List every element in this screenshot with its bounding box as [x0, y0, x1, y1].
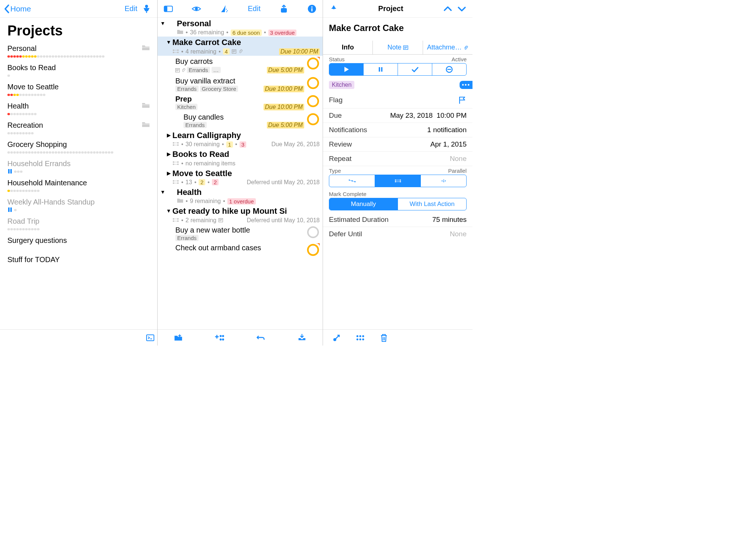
- project-header[interactable]: ▶ Move to Seattle • 13 • 2 • 2Deferred u…: [158, 168, 323, 186]
- checkbox-circle[interactable]: [306, 243, 320, 257]
- type-single-button[interactable]: [420, 175, 466, 187]
- tab-attachments[interactable]: Attachme…: [423, 41, 472, 54]
- next-button[interactable]: [455, 3, 469, 15]
- new-folder-button[interactable]: [171, 332, 185, 344]
- task-row[interactable]: Buy vanilla extract Errands Grocery Stor…: [158, 75, 323, 93]
- sidebar-project-item[interactable]: Stuff for TODAY: [0, 253, 157, 272]
- tag-kitchen[interactable]: Kitchen: [329, 81, 354, 89]
- pin-button[interactable]: [327, 3, 341, 15]
- sidebar-project-item[interactable]: Household Errands: [0, 157, 157, 176]
- sidebar-project-item[interactable]: Recreation: [0, 118, 157, 138]
- sidebar-project-item[interactable]: Personal: [0, 42, 157, 61]
- repeat-row[interactable]: RepeatNone: [323, 152, 472, 166]
- sidebar-project-item[interactable]: Surgery questions: [0, 234, 157, 253]
- task-row[interactable]: Buy carrots Errands …Due 5:00 PM: [158, 56, 323, 75]
- svg-point-24: [308, 96, 318, 106]
- move-button[interactable]: [353, 332, 367, 344]
- inspector-tabs: Info Note Attachme…: [323, 41, 472, 55]
- status-dropped-button[interactable]: [432, 63, 466, 75]
- task-title: Buy vanilla extract: [175, 76, 304, 85]
- status-active-button[interactable]: [329, 63, 363, 75]
- group-header[interactable]: ▼ Personal • 36 remaining • 6 due soon •…: [158, 18, 323, 37]
- checkbox-circle[interactable]: [306, 226, 320, 239]
- status-done-button[interactable]: [398, 63, 432, 75]
- edit-button[interactable]: Edit: [245, 3, 262, 14]
- folder-icon: [142, 44, 150, 53]
- group-header[interactable]: ▼ Health • 9 remaining • 1 overdue: [158, 186, 323, 205]
- sidebar-project-item[interactable]: Grocery Shopping: [0, 138, 157, 157]
- pin-button[interactable]: [140, 3, 154, 15]
- back-button[interactable]: Home: [4, 4, 31, 14]
- defer-row[interactable]: Defer UntilNone: [323, 227, 472, 241]
- task-row[interactable]: Prep KitchenDue 10:00 PM: [158, 93, 323, 111]
- inspector-title: Project: [341, 4, 441, 13]
- svg-point-19: [177, 52, 179, 53]
- task-row[interactable]: Buy candles ErrandsDue 5:00 PM: [158, 111, 323, 130]
- inspector-toolbar: Project: [323, 0, 472, 18]
- mark-lastaction-button[interactable]: With Last Action: [398, 198, 466, 210]
- convert-button[interactable]: [330, 332, 344, 344]
- svg-point-11: [226, 11, 227, 12]
- status-onhold-button[interactable]: [363, 63, 398, 75]
- inspector-bottombar: [323, 329, 472, 346]
- project-header[interactable]: ▼ Make Carrot Cake • 4 remaining • 4 Due…: [158, 37, 323, 55]
- delete-button[interactable]: [377, 332, 391, 344]
- view-button[interactable]: [189, 3, 203, 15]
- tab-note[interactable]: Note: [372, 41, 422, 54]
- svg-point-69: [359, 338, 361, 340]
- mark-manually-button[interactable]: Manually: [329, 198, 398, 210]
- info-button[interactable]: [305, 3, 319, 15]
- edit-button[interactable]: Edit: [123, 3, 140, 14]
- task-row[interactable]: Buy a new water bottle Errands: [158, 224, 323, 242]
- parallel-icon: [172, 160, 179, 167]
- svg-rect-51: [381, 67, 383, 72]
- project-name: Recreation: [7, 121, 43, 130]
- checkbox-circle[interactable]: [306, 95, 320, 108]
- flag-row[interactable]: Flag: [323, 92, 472, 109]
- svg-point-32: [177, 161, 179, 163]
- sidebar-project-item[interactable]: Move to Seattle: [0, 80, 157, 99]
- progress-dots: [7, 228, 39, 231]
- svg-point-40: [177, 218, 179, 220]
- cleanup-button[interactable]: [217, 3, 231, 15]
- tag: Errands: [187, 67, 210, 73]
- tab-info[interactable]: Info: [323, 41, 372, 54]
- tag: …: [212, 67, 221, 73]
- task-row[interactable]: Check out armband cases: [158, 242, 323, 258]
- project-name: Books to Read: [7, 63, 56, 72]
- sidebar-toggle-button[interactable]: [161, 3, 175, 15]
- project-header[interactable]: ▼ Get ready to hike up Mount Si • 2 rema…: [158, 205, 323, 224]
- project-header[interactable]: ▶ Learn Calligraphy • 30 remaining • 1 •…: [158, 130, 323, 148]
- inbox-button[interactable]: [295, 332, 309, 344]
- new-item-button[interactable]: [213, 332, 227, 344]
- sidebar-project-item[interactable]: Health: [0, 99, 157, 118]
- tags-more-button[interactable]: •••: [460, 81, 472, 89]
- sidebar-project-item[interactable]: Household Maintenance: [0, 176, 157, 195]
- sidebar-project-item[interactable]: Road Trip: [0, 214, 157, 234]
- inbox-icon: [297, 333, 307, 343]
- type-sequential-button[interactable]: [329, 175, 375, 187]
- sidebar-project-item[interactable]: Books to Read: [0, 61, 157, 80]
- type-parallel-button[interactable]: [375, 175, 420, 187]
- parallel-icon: [394, 177, 402, 185]
- tags-row[interactable]: Kitchen •••: [323, 78, 472, 92]
- console-button[interactable]: [143, 332, 157, 344]
- svg-point-9: [226, 8, 227, 9]
- prev-button[interactable]: [441, 3, 455, 15]
- sidebar-toolbar: Home Edit: [0, 0, 157, 18]
- checkbox-circle[interactable]: [306, 76, 320, 90]
- duration-row[interactable]: Estimated Duration75 minutes: [323, 213, 472, 227]
- svg-point-17: [173, 52, 174, 53]
- checkbox-circle[interactable]: [306, 113, 320, 126]
- review-row[interactable]: ReviewApr 1, 2015: [323, 137, 472, 152]
- project-header[interactable]: ▶ Books to Read • no remaining items: [158, 148, 323, 167]
- undo-button[interactable]: [254, 332, 268, 344]
- share-button[interactable]: [277, 3, 291, 15]
- notifications-row[interactable]: Notifications1 notification: [323, 123, 472, 137]
- broom-icon: [220, 4, 229, 14]
- checkbox-circle[interactable]: [306, 57, 320, 70]
- sidebar-project-item[interactable]: Weekly All-Hands Standup: [0, 195, 157, 214]
- pin-icon: [142, 4, 151, 14]
- due-row[interactable]: DueMay 23, 2018 10:00 PM: [323, 109, 472, 123]
- chevron-left-icon: [4, 4, 10, 14]
